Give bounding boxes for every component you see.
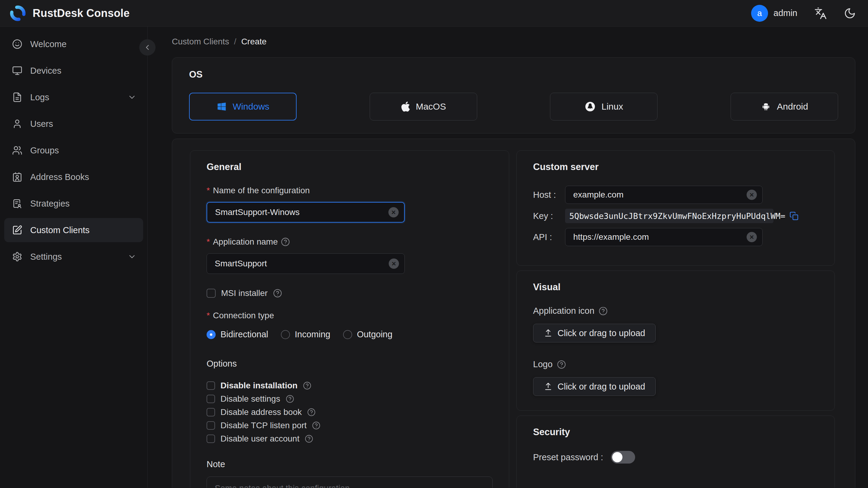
os-option-label: Linux [601, 101, 623, 112]
sidebar-item-strategies[interactable]: Strategies [0, 190, 147, 217]
copy-icon[interactable] [789, 211, 799, 220]
smile-icon [12, 39, 22, 49]
upload-icon [544, 329, 553, 338]
option-disable-settings: Disable settings [207, 392, 493, 405]
api-input[interactable] [573, 232, 742, 242]
document-person-icon [12, 199, 22, 209]
config-name-input[interactable] [215, 208, 384, 217]
upload-button-label: Click or drag to upload [558, 328, 645, 338]
breadcrumb-parent[interactable]: Custom Clients [172, 37, 229, 47]
app-name-input[interactable] [215, 259, 384, 269]
radio-bidirectional[interactable]: Bidirectional [207, 330, 268, 339]
general-title: General [207, 161, 493, 173]
general-section: General * Name of the configuration ✕ [190, 150, 509, 488]
preset-password-toggle[interactable] [611, 451, 635, 463]
app-title: RustDesk Console [33, 7, 130, 20]
os-option-label: MacOS [416, 101, 446, 112]
sidebar-item-logs[interactable]: Logs [0, 84, 147, 111]
host-row: Host : ✕ [533, 186, 818, 204]
os-option-macos[interactable]: MacOS [370, 93, 477, 121]
help-icon[interactable] [557, 360, 566, 369]
security-title: Security [533, 427, 818, 437]
os-option-linux[interactable]: Linux [550, 93, 657, 121]
checkbox[interactable] [207, 408, 215, 417]
options-checkbox-list: Disable installation Disable settings Di… [207, 379, 493, 446]
application-icon-upload-button[interactable]: Click or drag to upload [533, 324, 656, 342]
gear-icon [12, 251, 22, 262]
connection-type-label-row: * Connection type [207, 311, 493, 321]
sidebar-item-custom-clients[interactable]: Custom Clients [4, 218, 143, 242]
radio-outgoing[interactable]: Outgoing [343, 330, 393, 339]
sidebar-item-welcome[interactable]: Welcome [0, 31, 147, 57]
api-input-box: ✕ [565, 228, 763, 246]
host-label: Host : [533, 190, 565, 200]
app-header: RustDesk Console a admin [0, 0, 868, 27]
host-input[interactable] [573, 190, 742, 200]
sidebar-item-groups[interactable]: Groups [0, 137, 147, 164]
sidebar-item-label: Groups [30, 146, 59, 155]
checkbox[interactable] [207, 382, 215, 390]
checkbox[interactable] [207, 395, 215, 403]
breadcrumb-separator: / [234, 37, 237, 47]
dark-mode-toggle-icon[interactable] [844, 7, 856, 19]
sidebar-item-label: Address Books [30, 172, 89, 182]
clear-icon[interactable]: ✕ [747, 232, 757, 242]
help-icon[interactable] [305, 434, 313, 443]
clear-icon[interactable]: ✕ [389, 258, 399, 269]
help-icon[interactable] [286, 395, 294, 403]
sidebar-collapse-button[interactable] [139, 39, 156, 56]
application-icon-label: Application icon [533, 306, 594, 316]
os-section-title: OS [189, 69, 838, 80]
checkbox[interactable] [207, 421, 215, 430]
os-option-windows[interactable]: Windows [189, 93, 297, 121]
help-icon[interactable] [307, 408, 316, 417]
linux-icon [584, 101, 596, 112]
username: admin [773, 8, 797, 18]
clear-icon[interactable]: ✕ [389, 207, 399, 217]
help-icon[interactable] [598, 306, 608, 315]
msi-installer-label: MSI installer [221, 288, 268, 298]
security-section: Security Preset password : [517, 416, 835, 488]
key-row: Key : 5Qbwsde3unUcJBtrx9ZkvUmwFNoExHzpry… [533, 209, 818, 223]
sidebar-item-users[interactable]: Users [0, 111, 147, 137]
help-icon[interactable] [312, 421, 320, 430]
api-label: API : [533, 232, 565, 242]
avatar[interactable]: a [751, 5, 768, 22]
sidebar-item-label: Devices [30, 66, 61, 76]
os-section: OS Windows MacOS Linux Android [172, 57, 855, 133]
help-icon[interactable] [303, 382, 311, 390]
android-icon [761, 101, 771, 112]
option-disable-user-account: Disable user account [207, 432, 493, 446]
logo-upload-button[interactable]: Click or drag to upload [533, 377, 656, 396]
contact-book-icon [12, 172, 22, 182]
radio-incoming[interactable]: Incoming [281, 330, 331, 339]
os-option-android[interactable]: Android [731, 93, 838, 121]
app-name-label: Application name [213, 237, 278, 247]
help-icon[interactable] [281, 237, 290, 246]
connection-type-options: Bidirectional Incoming Outgoing [207, 330, 493, 339]
user-menu[interactable]: a admin [751, 5, 797, 22]
app-name-field: * Application name ✕ [207, 237, 493, 274]
checkbox[interactable] [207, 434, 215, 443]
chevron-down-icon [127, 252, 136, 261]
note-label: Note [207, 459, 493, 469]
note-textarea[interactable] [207, 477, 493, 488]
clear-icon[interactable]: ✕ [747, 190, 757, 200]
help-icon[interactable] [273, 289, 282, 298]
sidebar-item-devices[interactable]: Devices [0, 57, 147, 84]
api-row: API : ✕ [533, 228, 818, 246]
os-options: Windows MacOS Linux Android [189, 93, 838, 121]
breadcrumb: Custom Clients / Create [172, 37, 855, 47]
connection-type-label: Connection type [213, 311, 274, 321]
language-icon[interactable] [814, 7, 827, 20]
config-name-input-box: ✕ [207, 202, 405, 222]
chevron-down-icon [127, 93, 136, 102]
msi-installer-checkbox[interactable] [207, 289, 216, 298]
preset-password-row: Preset password : [533, 451, 818, 463]
visual-title: Visual [533, 282, 818, 293]
breadcrumb-current: Create [241, 37, 267, 47]
sidebar-item-address-books[interactable]: Address Books [0, 164, 147, 190]
logo-label-row: Logo [533, 359, 818, 369]
radio-icon [343, 330, 352, 339]
sidebar-item-settings[interactable]: Settings [0, 243, 147, 270]
